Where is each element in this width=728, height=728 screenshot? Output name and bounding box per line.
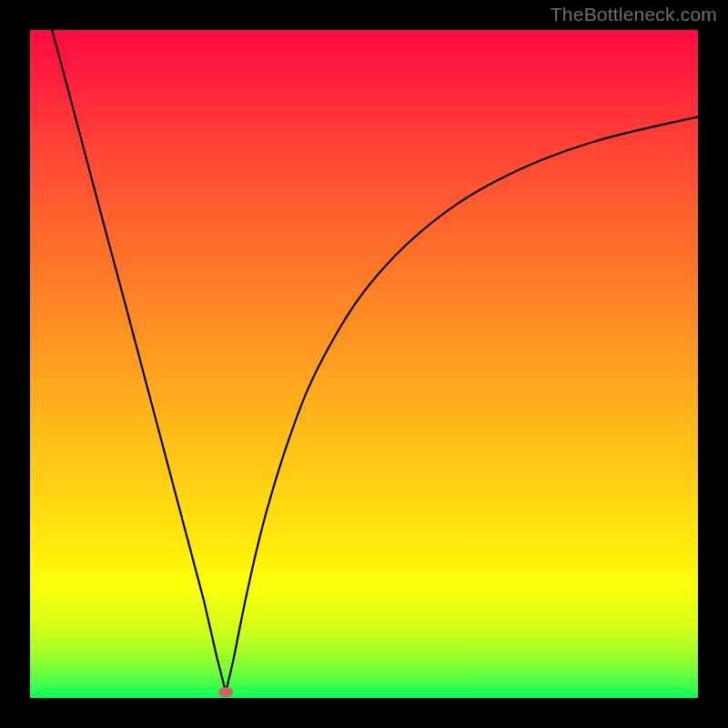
optimum-marker	[218, 687, 233, 697]
watermark-text: TheBottleneck.com	[551, 4, 717, 25]
plot-area	[30, 30, 698, 698]
curve-left-branch	[52, 30, 226, 692]
bottleneck-curve	[30, 30, 698, 698]
chart-frame: TheBottleneck.com	[0, 0, 728, 728]
curve-right-branch	[226, 116, 698, 692]
